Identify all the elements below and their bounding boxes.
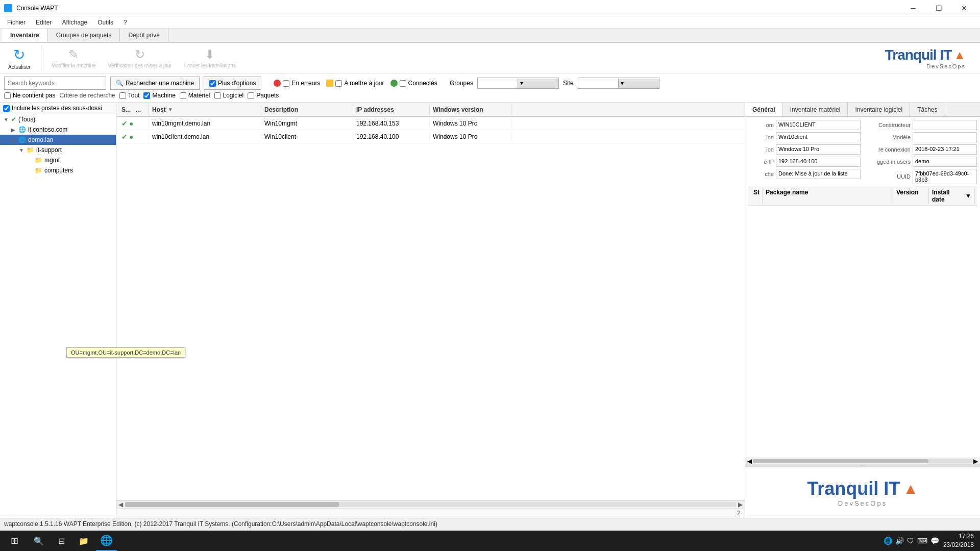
close-button[interactable]: ✕	[952, 0, 976, 16]
ne-contient-text: Ne contient pas	[13, 92, 55, 99]
th-host[interactable]: Host ▼	[149, 104, 261, 115]
groupes-label: Groupes	[450, 80, 473, 87]
a-mettre-checkbox[interactable]	[335, 80, 342, 87]
scroll-left-arrow[interactable]: ◀	[116, 501, 125, 508]
field-row-os: ion Windows 10 Pro	[748, 144, 861, 155]
taskbar-file-explorer[interactable]: 📁	[74, 531, 94, 551]
pkg-th-date[interactable]: Install date ▼	[929, 188, 975, 204]
materiel-label: Matériel	[180, 92, 210, 99]
tree-item-tous[interactable]: ▼ ✔ (Tous)	[0, 114, 116, 124]
menu-fichier[interactable]: Fichier	[2, 18, 31, 27]
scroll-right-arrow[interactable]: ▶	[736, 501, 745, 508]
right-scroll-track	[753, 459, 972, 463]
hscroll-thumb	[125, 502, 339, 507]
connectes-icon	[390, 80, 398, 87]
options-button[interactable]: Plus d'options	[204, 77, 261, 90]
field-value-nom: WIN10CLIENT	[776, 120, 861, 130]
tree-item-mgmt[interactable]: 📁 mgmt	[0, 155, 116, 165]
notification-icon[interactable]: 💬	[930, 537, 939, 545]
menu-affichage[interactable]: Affichage	[57, 18, 92, 27]
right-fields-right: Constructeur Modèle re connexion 2018-02…	[865, 120, 977, 186]
pkg-th-st: St	[750, 188, 763, 204]
menu-help[interactable]: ?	[118, 18, 132, 27]
actualiser-button[interactable]: ↻ Actualiser	[4, 44, 35, 72]
mgmt-folder-icon: 📁	[35, 157, 42, 164]
machine-checkbox[interactable]	[143, 92, 150, 99]
field-value-desc: Win10client	[776, 132, 861, 142]
shield-icon[interactable]: 🛡	[907, 537, 914, 545]
actualiser-label: Actualiser	[8, 64, 31, 70]
menu-outils[interactable]: Outils	[92, 18, 118, 27]
tooltip: OU=mgmt,OU=it-support,DC=demo,DC=lan	[66, 347, 116, 358]
left-panel-inner: Inclure les postes des sous-dossi ▼ ✔ (T…	[0, 103, 116, 518]
tab-inventaire-materiel[interactable]: Inventaire matériel	[783, 103, 848, 116]
tab-taches[interactable]: Tâches	[910, 103, 945, 116]
groupes-dropdown[interactable]: ▾	[477, 78, 559, 89]
right-panel: Général Inventaire matériel Inventaire l…	[745, 103, 980, 518]
paquets-checkbox[interactable]	[248, 92, 254, 99]
tree-item-computers[interactable]: 📁 computers	[0, 165, 116, 176]
minimize-button[interactable]: ─	[901, 0, 925, 16]
th-ip: IP addresses	[353, 104, 430, 115]
site-arrow-icon[interactable]: ▾	[618, 79, 659, 88]
groupes-arrow-icon[interactable]: ▾	[518, 79, 558, 88]
network-icon[interactable]: 🌐	[884, 537, 892, 545]
options-checkbox[interactable]	[209, 80, 216, 87]
td-host-0: win10mgmt.demo.lan	[149, 119, 261, 128]
maximize-button[interactable]: ☐	[927, 0, 950, 16]
mgmt-label: mgmt	[44, 157, 60, 164]
right-logo-area: Tranquil IT ▲ DevSecOps	[745, 467, 980, 518]
tout-checkbox[interactable]	[119, 92, 126, 99]
td-ip-1: 192.168.40.100	[353, 132, 430, 141]
logiciel-checkbox[interactable]	[214, 92, 221, 99]
left-panel: Inclure les postes des sous-dossi ▼ ✔ (T…	[0, 103, 116, 518]
title-bar-controls: ─ ☐ ✕	[901, 0, 976, 16]
package-table-body	[748, 206, 977, 257]
search-button[interactable]: 🔍 Rechercher une machine	[110, 77, 200, 90]
td-status-0: ✔ ●	[118, 118, 149, 129]
tab-inventaire[interactable]: Inventaire	[2, 29, 48, 42]
field-label-constructeur: Constructeur	[865, 122, 911, 128]
taskbar-clock[interactable]: 17:26 23/02/2018	[943, 532, 974, 549]
status-check-icon-1: ✔	[121, 133, 128, 141]
tab-depot-prive[interactable]: Dépôt privé	[120, 29, 168, 42]
tree-item-it-contoso[interactable]: ▶ 🌐 it.contoso.com	[0, 124, 116, 135]
demo-lan-globe-icon: 🌐	[18, 136, 26, 143]
taskbar-wapt-app[interactable]: 🌐	[96, 531, 117, 551]
modifier-button[interactable]: ✎ Modifier la machine	[47, 45, 100, 70]
tree-item-it-support[interactable]: ▼ 📁 it-support	[0, 145, 116, 155]
connectes-checkbox[interactable]	[400, 80, 406, 87]
verifier-button[interactable]: ↻ Vérification des mises à jour	[104, 45, 176, 70]
menu-editer[interactable]: Editer	[31, 18, 57, 27]
content-panel: S... ... Host ▼ Description IP addresses…	[116, 103, 745, 518]
pkg-th-version: Version	[893, 188, 929, 204]
taskbar: ⊞ 🔍 ⊟ 📁 🌐 🌐 🔊 🛡 ⌨ 💬 17:26 23/02/2018	[0, 531, 980, 551]
ne-contient-checkbox[interactable]	[4, 92, 11, 99]
search-row2: Ne contient pas Critère de recherche Tou…	[4, 92, 976, 99]
taskbar-search-button[interactable]: 🔍	[29, 531, 49, 551]
table-row[interactable]: ✔ ● win10client.demo.lan Win10client 192…	[116, 130, 745, 143]
include-checkbox[interactable]	[3, 105, 10, 112]
field-value-modele	[913, 132, 977, 142]
taskbar-task-view[interactable]: ⊟	[51, 531, 71, 551]
start-button[interactable]: ⊞	[2, 531, 27, 551]
host-col-label: Host	[152, 106, 166, 113]
field-label-uuid: UUID	[865, 173, 911, 180]
materiel-checkbox[interactable]	[180, 92, 186, 99]
tab-general[interactable]: Général	[745, 103, 783, 116]
en-erreurs-checkbox[interactable]	[283, 80, 289, 87]
volume-icon[interactable]: 🔊	[895, 537, 904, 545]
field-value-users: demo	[913, 157, 977, 167]
table-row[interactable]: ✔ ● win10mgmt.demo.lan Win10mgmt 192.168…	[116, 117, 745, 130]
search-input[interactable]	[4, 77, 106, 90]
include-label: Inclure les postes des sous-dossi	[12, 105, 102, 112]
tab-groupes-paquets[interactable]: Groupes de paquets	[48, 29, 120, 42]
language-icon[interactable]: ⌨	[917, 537, 927, 545]
field-label-desc: ion	[748, 134, 774, 140]
site-dropdown[interactable]: ▾	[578, 78, 659, 89]
lancer-button[interactable]: ⬇ Lancer les installations	[180, 45, 240, 70]
tree-item-demo-lan[interactable]: ▼ 🌐 demo.lan	[0, 135, 116, 145]
right-logo-triangle-icon: ▲	[903, 480, 918, 497]
tab-inventaire-logiciel[interactable]: Inventaire logiciel	[848, 103, 910, 116]
pkg-th-name: Package name	[763, 188, 893, 204]
